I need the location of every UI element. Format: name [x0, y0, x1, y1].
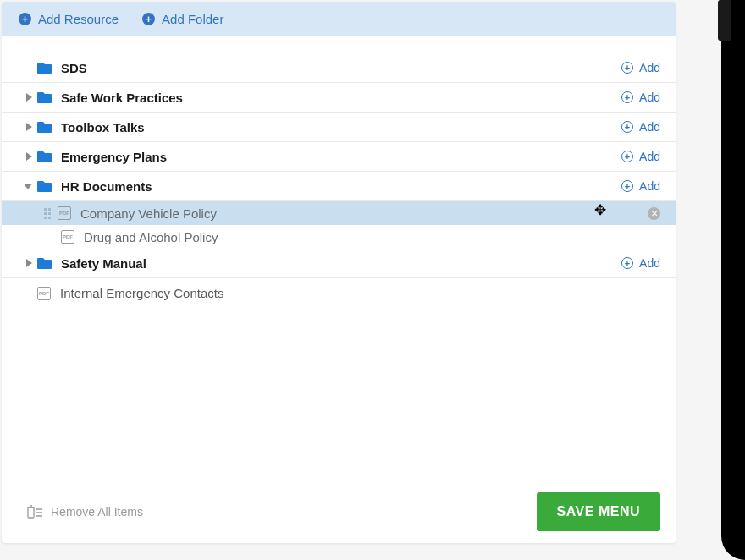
add-to-folder-button[interactable]: + Add [621, 256, 660, 270]
chevron-right-icon [26, 259, 32, 267]
folder-row-safety-manual[interactable]: Safety Manual + Add [2, 249, 676, 278]
resource-menu-panel: + Add Resource + Add Folder SDS + Add [2, 2, 676, 543]
folder-row-safe-work-practices[interactable]: Safe Work Practices + Add [2, 83, 676, 113]
folder-icon [37, 180, 52, 192]
folder-label: Safe Work Practices [61, 91, 621, 105]
add-resource-button[interactable]: + Add Resource [19, 12, 119, 26]
add-label: Add [639, 120, 660, 134]
plus-circle-outline-icon: + [621, 62, 633, 74]
plus-circle-outline-icon: + [621, 151, 633, 162]
folder-row-hr-documents[interactable]: HR Documents + Add [2, 172, 676, 201]
plus-circle-outline-icon: + [621, 257, 633, 269]
add-folder-label: Add Folder [162, 12, 224, 26]
folder-label: HR Documents [61, 179, 621, 194]
add-to-folder-button[interactable]: + Add [621, 91, 660, 104]
folder-icon [37, 62, 52, 74]
expand-toggle[interactable] [2, 152, 37, 161]
folder-row-toolbox-talks[interactable]: Toolbox Talks + Add [2, 113, 676, 142]
doc-row-drug-alcohol-policy[interactable]: PDF Drug and Alcohol Policy [2, 225, 676, 249]
folder-label: SDS [61, 61, 621, 75]
remove-item-button[interactable]: ✕ [648, 207, 660, 220]
add-to-folder-button[interactable]: + Add [621, 120, 660, 134]
add-folder-button[interactable]: + Add Folder [142, 12, 224, 26]
expand-toggle[interactable] [2, 123, 37, 131]
plus-circle-icon: + [19, 13, 31, 25]
doc-row-internal-emergency-contacts[interactable]: PDF Internal Emergency Contacts [2, 278, 676, 308]
resource-tree: SDS + Add Safe Work Practices + Add [2, 36, 676, 480]
chevron-right-icon [26, 93, 32, 102]
folder-icon [37, 257, 52, 269]
chevron-right-icon [26, 152, 32, 161]
trash-list-icon [27, 505, 42, 519]
folder-row-sds[interactable]: SDS + Add [2, 53, 676, 83]
plus-circle-outline-icon: + [621, 180, 633, 192]
folder-label: Emergency Plans [61, 150, 621, 164]
device-frame-edge [721, 0, 745, 560]
add-label: Add [639, 256, 660, 270]
folder-icon [37, 121, 52, 133]
pdf-icon: PDF [58, 206, 71, 220]
remove-all-button[interactable]: Remove All Items [27, 505, 143, 519]
add-label: Add [639, 91, 660, 104]
chevron-down-icon [24, 184, 32, 189]
chevron-right-icon [26, 123, 32, 131]
expand-toggle[interactable] [2, 184, 37, 189]
remove-all-label: Remove All Items [51, 505, 143, 519]
add-to-folder-button[interactable]: + Add [621, 61, 660, 74]
panel-footer: Remove All Items SAVE MENU [2, 480, 676, 543]
expand-toggle[interactable] [2, 259, 37, 267]
doc-row-company-vehicle-policy[interactable]: PDF Company Vehicle Policy ✕ [2, 201, 676, 225]
add-label: Add [639, 61, 660, 74]
expand-toggle[interactable] [2, 93, 37, 102]
doc-label: Internal Emergency Contacts [60, 286, 660, 300]
plus-circle-outline-icon: + [621, 91, 633, 103]
pdf-icon: PDF [37, 287, 51, 300]
svg-rect-0 [28, 508, 34, 518]
plus-circle-outline-icon: + [621, 121, 633, 133]
add-label: Add [639, 150, 660, 163]
doc-label: Company Vehicle Policy [80, 206, 639, 221]
folder-label: Toolbox Talks [61, 120, 621, 135]
plus-circle-icon: + [142, 13, 155, 25]
drag-handle-icon[interactable] [44, 208, 51, 219]
folder-icon [37, 151, 52, 162]
add-to-folder-button[interactable]: + Add [621, 179, 660, 193]
folder-label: Safety Manual [61, 256, 621, 271]
add-resource-label: Add Resource [38, 12, 119, 26]
add-label: Add [639, 179, 660, 193]
add-to-folder-button[interactable]: + Add [621, 150, 660, 163]
doc-label: Drug and Alcohol Policy [84, 230, 660, 244]
toolbar: + Add Resource + Add Folder [2, 2, 676, 36]
folder-row-emergency-plans[interactable]: Emergency Plans + Add [2, 142, 676, 172]
save-menu-button[interactable]: SAVE MENU [537, 492, 660, 531]
pdf-icon: PDF [61, 230, 74, 244]
folder-icon [37, 91, 52, 103]
